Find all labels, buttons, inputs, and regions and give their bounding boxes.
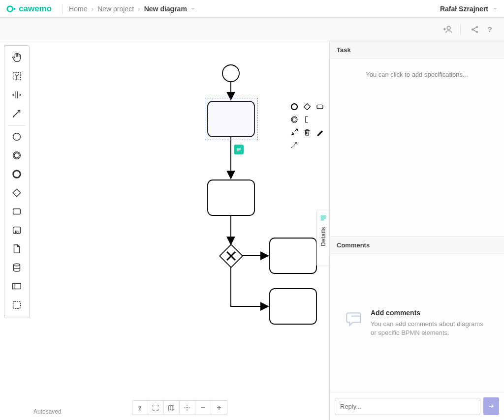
append-gateway-button[interactable]: [302, 101, 313, 112]
data-object-tool[interactable]: [8, 240, 26, 258]
lasso-tool[interactable]: [8, 67, 26, 85]
bpmn-sequence-flow[interactable]: [231, 267, 268, 306]
details-tab-icon: [319, 214, 327, 222]
append-annotation-button[interactable]: [302, 114, 313, 125]
change-type-button[interactable]: [289, 127, 300, 138]
end-event-tool[interactable]: [8, 165, 26, 183]
svg-point-16: [14, 264, 20, 266]
svg-text:?: ?: [487, 25, 492, 33]
comments-empty-desc: You can add comments about diagrams or s…: [371, 320, 489, 337]
user-dropdown-icon: [492, 5, 498, 13]
breadcrumb-dropdown-icon[interactable]: [190, 5, 196, 13]
breadcrumb-project[interactable]: New project: [97, 5, 134, 13]
append-end-event-button[interactable]: [289, 101, 300, 112]
bpmn-exclusive-gateway[interactable]: [220, 244, 243, 268]
bpmn-task[interactable]: [270, 238, 316, 273]
breadcrumb-sep: ›: [91, 5, 94, 13]
bpmn-task[interactable]: [208, 180, 254, 215]
svg-rect-17: [13, 284, 21, 289]
connect-tool[interactable]: [8, 105, 26, 122]
subprocess-tool[interactable]: [8, 221, 26, 239]
reply-row: [330, 392, 504, 420]
bpmn-task[interactable]: [270, 289, 316, 324]
reply-input[interactable]: [335, 398, 480, 415]
subheader-toolbar: ?: [0, 18, 504, 41]
comment-indicator-icon[interactable]: [234, 145, 244, 154]
logo[interactable]: cawemo: [6, 3, 52, 14]
hand-tool[interactable]: [8, 49, 26, 66]
append-task-button[interactable]: [315, 101, 325, 112]
task-section-header: Task: [330, 41, 504, 59]
gateway-tool[interactable]: [8, 184, 26, 202]
share-button[interactable]: [469, 23, 481, 36]
svg-point-10: [14, 153, 19, 158]
connect-button[interactable]: [289, 140, 300, 150]
svg-rect-13: [13, 209, 21, 214]
svg-point-25: [292, 134, 293, 135]
details-tab[interactable]: Details: [316, 210, 329, 266]
details-sidebar: Task You can click to add specifications…: [329, 41, 504, 420]
context-pad: [289, 101, 325, 150]
comments-section-header: Comments: [330, 236, 504, 254]
append-intermediate-event-button[interactable]: [289, 114, 300, 125]
breadcrumb-home[interactable]: Home: [69, 5, 87, 13]
task-tool[interactable]: [8, 203, 26, 220]
svg-point-24: [292, 118, 296, 121]
intermediate-event-tool[interactable]: [8, 147, 26, 164]
subheader-sep: [460, 24, 461, 35]
bpmn-start-event[interactable]: [222, 65, 239, 82]
pool-tool[interactable]: [8, 277, 26, 295]
svg-point-26: [139, 406, 141, 408]
specifications-area[interactable]: You can click to add specifications...: [330, 59, 504, 236]
header-bar: cawemo Home › New project › New diagram …: [0, 0, 504, 18]
context-pad-blank: [315, 114, 325, 125]
header-separator: [63, 4, 63, 14]
delete-button[interactable]: [302, 127, 313, 138]
fullscreen-button[interactable]: [148, 401, 164, 415]
svg-rect-21: [304, 104, 311, 110]
svg-rect-22: [317, 105, 323, 109]
center-button[interactable]: [180, 401, 195, 415]
start-event-tool[interactable]: [8, 128, 26, 146]
reset-viewport-button[interactable]: [132, 401, 148, 415]
breadcrumb: Home › New project › New diagram: [69, 5, 196, 13]
cawemo-logo-icon: [6, 3, 17, 14]
breadcrumb-current[interactable]: New diagram: [144, 5, 187, 13]
palette-divider: [8, 125, 25, 126]
help-button[interactable]: ?: [483, 23, 496, 36]
add-collaborator-button[interactable]: [441, 23, 454, 36]
comments-body: Add comments You can add comments about …: [330, 254, 504, 392]
user-name: Rafał Szrajnert: [440, 5, 488, 13]
details-tab-label: Details: [320, 227, 327, 246]
send-reply-button[interactable]: [483, 397, 499, 415]
logo-text: cawemo: [19, 4, 52, 14]
svg-point-8: [13, 133, 21, 141]
color-button[interactable]: [315, 127, 325, 138]
group-tool[interactable]: [8, 296, 26, 314]
zoom-out-button[interactable]: [195, 401, 211, 415]
space-tool[interactable]: [8, 86, 26, 104]
breadcrumb-sep: ›: [138, 5, 140, 13]
data-store-tool[interactable]: [8, 259, 26, 276]
user-menu[interactable]: Rafał Szrajnert: [440, 5, 498, 13]
svg-point-0: [7, 6, 13, 11]
zoom-in-button[interactable]: [211, 401, 227, 415]
svg-point-20: [291, 104, 297, 110]
diagram-canvas[interactable]: Autosaved: [30, 41, 329, 420]
selection-outline: [205, 98, 258, 140]
svg-rect-18: [13, 301, 21, 309]
svg-point-27: [187, 407, 188, 409]
minimap-button[interactable]: [164, 401, 180, 415]
speech-bubble-icon: [345, 310, 364, 330]
zoom-controls: [132, 400, 227, 415]
comments-empty-title: Add comments: [371, 309, 489, 317]
svg-point-11: [13, 171, 21, 178]
svg-rect-12: [13, 189, 21, 197]
specifications-placeholder: You can click to add specifications...: [366, 71, 468, 78]
palette: [0, 41, 30, 420]
svg-point-1: [13, 7, 15, 9]
svg-point-2: [447, 26, 450, 30]
autosaved-status: Autosaved: [33, 408, 62, 415]
